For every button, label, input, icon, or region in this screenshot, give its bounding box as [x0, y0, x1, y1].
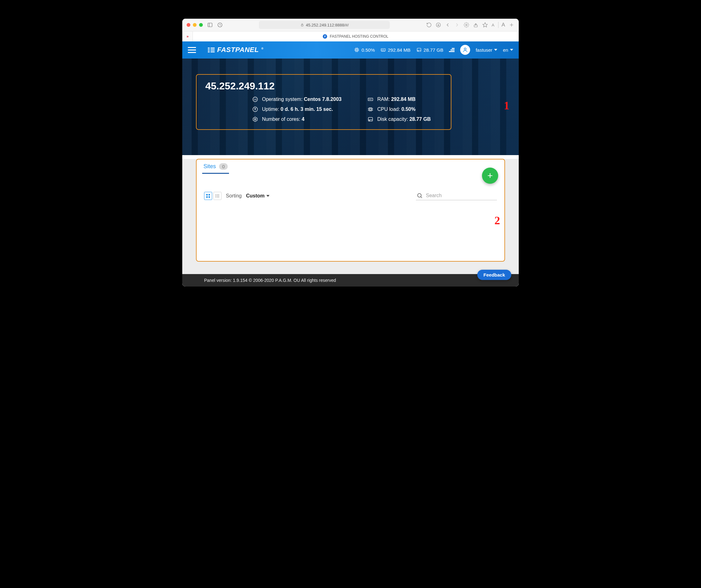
tab-sites[interactable]: Sites 0: [202, 161, 229, 174]
view-toggle: [204, 192, 222, 200]
cpu-icon: [367, 106, 374, 112]
svg-rect-13: [356, 49, 358, 51]
header-ram-value: 292.84 MB: [388, 47, 411, 53]
bookmark-star-icon[interactable]: [482, 22, 488, 28]
annotation-2: 2: [494, 214, 500, 227]
reader-font-small[interactable]: A: [492, 23, 494, 27]
close-window-button[interactable]: [187, 23, 190, 27]
sorting-dropdown[interactable]: Custom: [246, 193, 270, 199]
svg-marker-9: [483, 23, 487, 27]
chevron-down-icon: [494, 49, 497, 51]
active-tab[interactable]: F FASTPANEL HOSTING CONTROL: [193, 31, 519, 41]
cores-icon: [252, 116, 258, 122]
footer-version: Panel version: 1.9.154 © 2006-2020 P.A.G…: [204, 278, 336, 283]
svg-rect-52: [206, 194, 208, 196]
pinned-tab-icon: »: [187, 34, 189, 39]
search-field[interactable]: [416, 191, 497, 200]
tab-strip: » F FASTPANEL HOSTING CONTROL: [182, 31, 519, 41]
url-text: 45.252.249.112:8888/#/: [306, 23, 348, 27]
svg-rect-49: [368, 117, 372, 121]
stat-disk: Disk capacity: 28.77 GB: [367, 116, 442, 122]
svg-rect-3: [301, 25, 303, 26]
app-header: FASTPANEL ® 0.50% 292.84 MB 28.77 GB fas…: [182, 41, 519, 58]
stat-os: OS Operating system: Centos 7.8.2003: [252, 96, 355, 102]
username: fastuser: [476, 47, 492, 53]
new-tab-icon[interactable]: [509, 22, 514, 28]
maximize-window-button[interactable]: [199, 23, 203, 27]
server-stats-grid: OS Operating system: Centos 7.8.2003 RAM…: [252, 96, 442, 122]
plus-icon: +: [487, 170, 493, 181]
stat-cpu: CPU load: 0.50%: [367, 106, 442, 112]
svg-point-61: [216, 197, 216, 197]
stat-ram: RAM: 292.84 MB: [367, 96, 442, 102]
settings-gear-icon[interactable]: [464, 22, 469, 28]
svg-rect-12: [356, 49, 358, 51]
search-icon: [417, 193, 423, 199]
server-info-panel: 45.252.249.112 OS Operating system: Cent…: [196, 74, 451, 130]
window-controls: [187, 23, 203, 27]
header-disk-stat[interactable]: 28.77 GB: [416, 47, 443, 53]
uptime-icon: [252, 106, 258, 112]
chevron-down-icon: [510, 49, 513, 51]
reader-font-large[interactable]: A: [498, 22, 505, 28]
browser-tab[interactable]: »: [182, 31, 193, 41]
feedback-button[interactable]: Feedback: [477, 270, 511, 280]
svg-point-60: [216, 196, 216, 196]
language-code: en: [503, 47, 508, 53]
app-logo[interactable]: FASTPANEL ®: [208, 46, 264, 54]
svg-point-51: [369, 120, 370, 121]
stat-cores: Number of cores: 4: [252, 116, 355, 122]
svg-rect-30: [417, 48, 421, 52]
svg-rect-22: [381, 49, 386, 51]
chevron-down-icon: [266, 195, 269, 197]
header-database-icon[interactable]: [449, 48, 455, 52]
os-icon: OS: [252, 96, 258, 102]
user-menu[interactable]: fastuser: [476, 47, 497, 53]
sorting-label: Sorting: [226, 193, 242, 199]
svg-point-62: [418, 194, 421, 197]
reload-icon[interactable]: [426, 22, 432, 28]
svg-rect-54: [206, 196, 208, 198]
sites-tabs: Sites 0: [197, 160, 504, 174]
stat-uptime: Uptime: 0 d. 6 h. 3 min. 15 sec.: [252, 106, 355, 112]
svg-point-59: [216, 194, 216, 195]
svg-point-33: [464, 48, 466, 50]
svg-rect-42: [370, 109, 372, 110]
logo-registered: ®: [261, 47, 264, 50]
sidebar-toggle-icon[interactable]: [207, 22, 213, 28]
tab-title: FASTPANEL HOSTING CONTROL: [329, 34, 388, 39]
tab-label: Sites: [203, 163, 216, 170]
svg-point-32: [418, 51, 418, 51]
browser-actions: A A: [426, 22, 514, 28]
svg-line-63: [421, 197, 422, 198]
address-bar[interactable]: 45.252.249.112:8888/#/: [259, 21, 390, 29]
forward-icon[interactable]: [454, 22, 460, 28]
menu-button[interactable]: [188, 47, 196, 53]
svg-marker-47: [253, 117, 257, 122]
svg-rect-0: [208, 23, 212, 27]
grid-view-button[interactable]: [204, 192, 212, 200]
server-ip: 45.252.249.112: [205, 80, 442, 92]
header-cpu-value: 0.50%: [362, 47, 375, 53]
sites-toolbar: Sorting Custom: [197, 174, 504, 200]
database-icon: [449, 48, 455, 52]
add-site-button[interactable]: +: [482, 168, 498, 184]
sites-count-badge: 0: [219, 163, 228, 170]
share-icon[interactable]: [473, 22, 479, 28]
history-icon[interactable]: [217, 22, 223, 28]
header-cpu-stat[interactable]: 0.50%: [354, 47, 375, 53]
downloads-icon[interactable]: [436, 22, 441, 28]
svg-rect-55: [208, 196, 210, 198]
list-view-button[interactable]: [213, 192, 222, 200]
svg-point-6: [466, 24, 467, 26]
back-icon[interactable]: [445, 22, 451, 28]
cpu-icon: [354, 47, 360, 53]
svg-text:OS: OS: [254, 98, 257, 100]
browser-window: 45.252.249.112:8888/#/ A A » F FASTP: [182, 19, 519, 287]
minimize-window-button[interactable]: [193, 23, 197, 27]
svg-rect-36: [368, 98, 373, 100]
user-avatar[interactable]: [460, 45, 470, 55]
language-menu[interactable]: en: [503, 47, 513, 53]
header-ram-stat[interactable]: 292.84 MB: [381, 47, 411, 53]
search-input[interactable]: [426, 193, 496, 198]
